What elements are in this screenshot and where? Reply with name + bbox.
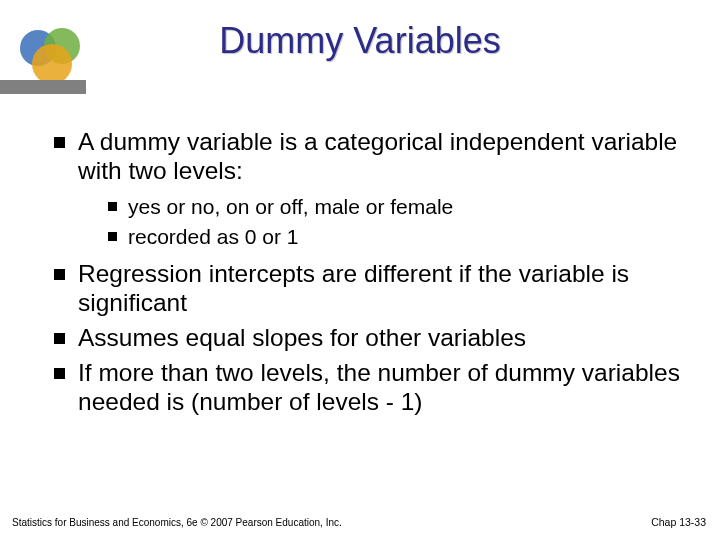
sub-bullet-item: yes or no, on or off, male or female	[106, 194, 680, 220]
bullet-list-level2: yes or no, on or off, male or female rec…	[78, 194, 680, 251]
footer-copyright: Statistics for Business and Economics, 6…	[12, 517, 342, 528]
slide-body: A dummy variable is a categorical indepe…	[50, 128, 680, 423]
footer-page-number: Chap 13-33	[651, 516, 706, 528]
bullet-item: Assumes equal slopes for other variables	[50, 324, 680, 353]
bullet-text: If more than two levels, the number of d…	[78, 359, 680, 415]
sub-bullet-text: recorded as 0 or 1	[128, 225, 298, 248]
bullet-item: Regression intercepts are different if t…	[50, 260, 680, 318]
slide-title: Dummy Variables	[0, 20, 720, 62]
bullet-text: Assumes equal slopes for other variables	[78, 324, 526, 351]
bullet-text: A dummy variable is a categorical indepe…	[78, 128, 677, 184]
slide: Dummy Variables A dummy variable is a ca…	[0, 0, 720, 540]
bullet-text: Regression intercepts are different if t…	[78, 260, 629, 316]
sub-bullet-text: yes or no, on or off, male or female	[128, 195, 453, 218]
bullet-item: A dummy variable is a categorical indepe…	[50, 128, 680, 250]
bullet-list-level1: A dummy variable is a categorical indepe…	[50, 128, 680, 417]
logo-bar	[0, 80, 86, 94]
bullet-item: If more than two levels, the number of d…	[50, 359, 680, 417]
sub-bullet-item: recorded as 0 or 1	[106, 224, 680, 250]
